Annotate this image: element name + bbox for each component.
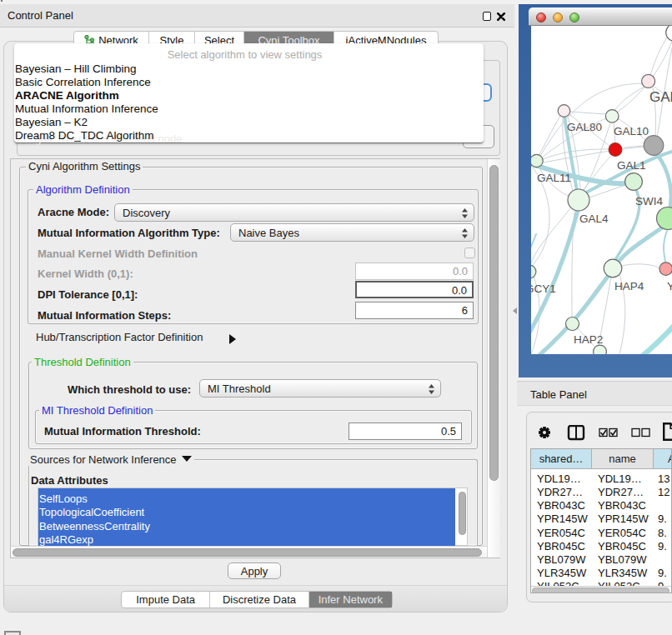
svg-text:GAL10: GAL10 xyxy=(614,125,649,138)
svg-text:GAL4: GAL4 xyxy=(579,212,609,225)
svg-text:GCY1: GCY1 xyxy=(531,282,556,295)
svg-text:GAL1: GAL1 xyxy=(617,159,646,172)
svg-text:SWI4: SWI4 xyxy=(635,195,663,208)
svg-text:GAL80: GAL80 xyxy=(567,121,602,133)
svg-text:GAL11: GAL11 xyxy=(537,172,571,184)
svg-text:HAP2: HAP2 xyxy=(574,333,603,346)
svg-text:HAP4: HAP4 xyxy=(614,280,644,292)
svg-text:Y: Y xyxy=(667,280,672,292)
svg-text:GAL: GAL xyxy=(649,89,672,105)
